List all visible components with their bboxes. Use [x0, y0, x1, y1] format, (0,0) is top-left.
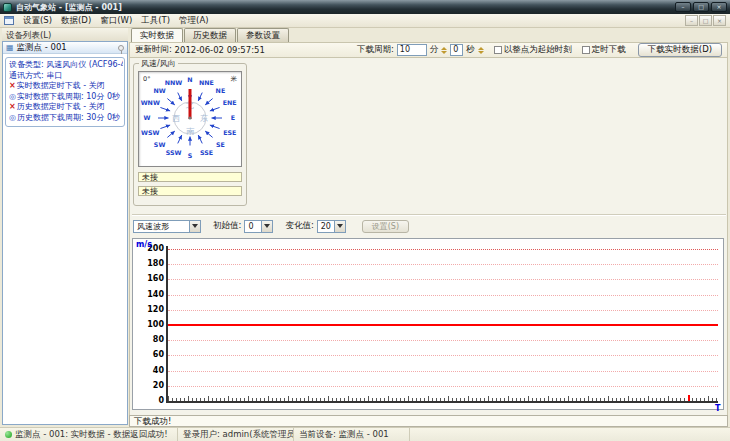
y-tick-label: 0: [133, 396, 164, 405]
disabled-icon: ×: [9, 81, 16, 90]
download-realtime-button[interactable]: 下载实时数据(D): [638, 43, 722, 57]
compass-direction-label: WSW: [141, 129, 159, 136]
checkbox-scheduled-download[interactable]: 定时下载: [582, 44, 626, 56]
checkbox-start-on-hour[interactable]: 以整点为起始时刻: [494, 44, 572, 56]
x-tick: [292, 398, 293, 401]
x-tick: [436, 398, 437, 401]
x-tick: [700, 398, 701, 401]
minimize-icon[interactable]: –: [675, 2, 691, 12]
change-value-select[interactable]: 20: [317, 220, 346, 233]
x-tick: [628, 396, 629, 401]
compass-corner-left-label: 0°: [143, 75, 150, 83]
chevron-down-icon: [189, 221, 200, 232]
pin-icon[interactable]: [118, 45, 124, 51]
x-tick: [616, 398, 617, 401]
x-tick: [536, 398, 537, 401]
minutes-stepper[interactable]: [441, 47, 447, 54]
tab-history-data[interactable]: 历史数据: [184, 28, 236, 42]
download-status-bar: 下载成功!: [129, 415, 728, 427]
x-tick: [356, 398, 357, 401]
titlebar: 自动气象站 - [监测点 - 001] – □ ×: [0, 0, 730, 14]
x-tick: [664, 398, 665, 401]
compass-dial: NNNENEENEEESESESSESSSWSWWSWWWNWNWNNW北东南西…: [139, 72, 241, 166]
x-tick: [328, 396, 329, 401]
divider: [132, 214, 726, 216]
maximize-icon[interactable]: □: [693, 2, 709, 12]
x-axis-label: T: [715, 404, 720, 413]
menu-tools[interactable]: 工具(T): [141, 15, 170, 27]
device-sidebar: 设备列表(L) ▦ 监测点 - 001 设备类型: 风速风向仪 (ACF96-4…: [2, 28, 128, 426]
x-tick: [252, 398, 253, 401]
device-info-line: ×历史数据定时下载 - 关闭: [9, 102, 123, 113]
x-tick: [632, 398, 633, 401]
window-controls: – □ ×: [675, 2, 727, 12]
x-tick: [712, 398, 713, 401]
seconds-stepper[interactable]: [478, 47, 484, 54]
workarea: 风速/风向 NNNENEENEEESESESSESSSWSWWSWWWNWNWN…: [129, 58, 728, 415]
compass-direction-label: NNW: [165, 79, 183, 86]
x-tick: [224, 398, 225, 401]
minutes-input[interactable]: 10: [397, 44, 427, 56]
x-tick: [672, 398, 673, 401]
y-tick-label: 100: [133, 320, 164, 329]
statusbar: 监测点 - 001: 实时数据 - 数据返回成功! 登录用户: admin(系统…: [0, 427, 730, 441]
change-value-select-value: 20: [318, 221, 334, 232]
tab-strip: 实时数据 历史数据 参数设置: [131, 28, 289, 42]
update-time-label: 更新时间:: [135, 44, 172, 56]
x-tick: [284, 398, 285, 401]
compass-cardinal-label: 东: [200, 114, 208, 123]
x-tick: [288, 396, 289, 401]
tab-realtime-data[interactable]: 实时数据: [131, 28, 183, 42]
child-close-icon[interactable]: ×: [713, 15, 726, 26]
compass-direction-label: N: [187, 76, 192, 83]
x-tick: [296, 398, 297, 401]
menu-settings[interactable]: 设置(S): [23, 15, 52, 27]
chevron-down-icon: [334, 221, 345, 232]
menu-admin[interactable]: 管理(A): [179, 15, 208, 27]
y-axis-unit-label: m/s: [136, 240, 152, 249]
waveform-select[interactable]: 风速波形: [133, 220, 201, 233]
x-tick: [276, 398, 277, 401]
tree-item-monitor-point[interactable]: ▦ 监测点 - 001: [3, 42, 127, 54]
checkbox-scheduled-download-box[interactable]: [582, 46, 590, 54]
x-tick: [200, 398, 201, 401]
x-tick: [464, 398, 465, 401]
x-tick: [400, 398, 401, 401]
close-icon[interactable]: ×: [711, 2, 727, 12]
menu-window[interactable]: 窗口(W): [100, 15, 132, 27]
gridline: [168, 340, 718, 341]
compass-direction-label: S: [188, 152, 193, 159]
x-tick: [656, 398, 657, 401]
child-minimize-icon[interactable]: –: [685, 15, 698, 26]
device-info-line: ◎历史数据下载周期: 30分 0秒: [9, 113, 123, 124]
status-message-panel: 监测点 - 001: 实时数据 - 数据返回成功!: [0, 428, 178, 441]
x-tick: [492, 398, 493, 401]
y-tick-label: 80: [133, 335, 164, 344]
device-info-box: 设备类型: 风速风向仪 (ACF96-4)通讯方式: 串口×实时数据定时下载 -…: [5, 57, 125, 127]
settings-button[interactable]: 设置(S): [362, 220, 409, 233]
tab-parameter-settings[interactable]: 参数设置: [237, 28, 289, 42]
x-tick: [416, 398, 417, 401]
menu-data[interactable]: 数据(D): [61, 15, 91, 27]
x-tick: [468, 396, 469, 401]
y-tick-label: 160: [133, 274, 164, 283]
initial-value-select[interactable]: 0: [244, 220, 273, 233]
x-tick: [360, 398, 361, 401]
x-tick: [548, 396, 549, 401]
checkbox-start-on-hour-label: 以整点为起始时刻: [504, 44, 572, 56]
x-tick: [504, 398, 505, 401]
waveform-select-value: 风速波形: [134, 221, 189, 232]
seconds-input[interactable]: 0: [450, 44, 463, 56]
checkbox-start-on-hour-box[interactable]: [494, 46, 502, 54]
device-info-text: 实时数据下载周期: 10分 0秒: [17, 92, 120, 101]
x-tick: [188, 396, 189, 401]
child-restore-icon[interactable]: □: [699, 15, 712, 26]
x-tick: [440, 398, 441, 401]
x-tick: [404, 398, 405, 401]
x-tick: [352, 398, 353, 401]
x-tick: [280, 398, 281, 401]
compass-direction-label: SW: [154, 141, 166, 148]
gridline: [168, 279, 718, 280]
x-tick: [208, 396, 209, 401]
status-ok-icon: [5, 431, 12, 438]
